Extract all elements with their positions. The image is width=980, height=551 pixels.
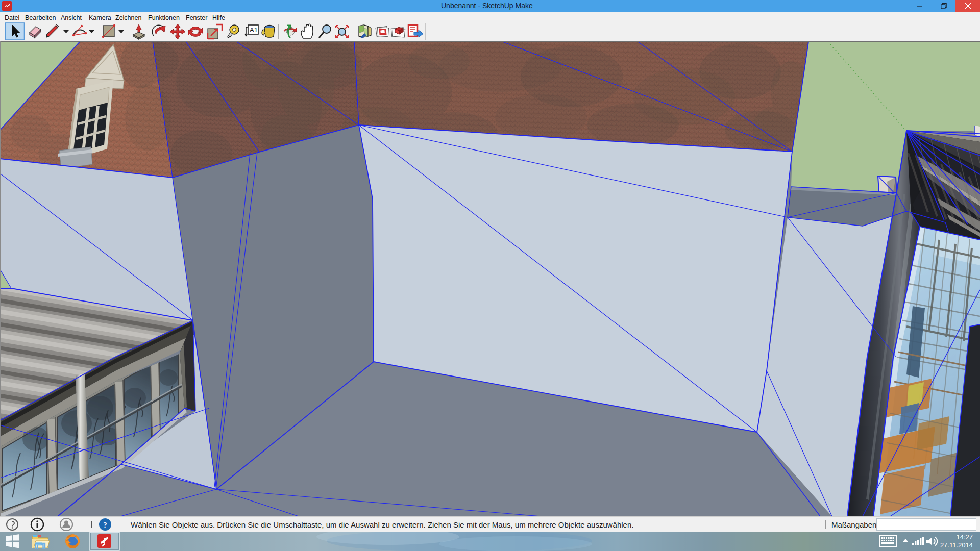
svg-text:A1: A1: [250, 26, 258, 34]
svg-text:?: ?: [103, 521, 107, 529]
